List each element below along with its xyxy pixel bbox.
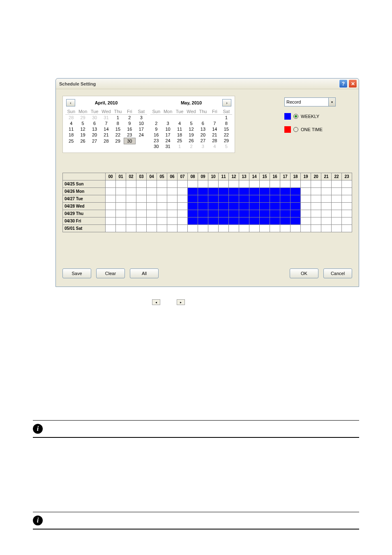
calendar-day[interactable]: 23: [150, 138, 162, 143]
sched-cell[interactable]: [219, 188, 229, 195]
sched-cell[interactable]: [126, 195, 136, 203]
calendar-day[interactable]: 9: [124, 120, 135, 126]
next-month-button[interactable]: ›: [222, 99, 231, 106]
calendar-day[interactable]: 15: [112, 126, 124, 132]
sched-cell[interactable]: [136, 217, 147, 225]
calendar-day[interactable]: 31: [100, 115, 112, 121]
sched-cell[interactable]: [342, 188, 352, 195]
sched-cell[interactable]: [106, 180, 116, 188]
sched-cell[interactable]: [167, 217, 178, 225]
calendar-day[interactable]: 22: [112, 132, 124, 138]
sched-cell[interactable]: [208, 203, 219, 210]
sched-cell[interactable]: [106, 188, 116, 195]
calendar-day[interactable]: 4: [174, 120, 185, 126]
sched-cell[interactable]: [332, 203, 342, 210]
sched-cell[interactable]: [147, 210, 157, 217]
sched-cell[interactable]: [167, 180, 178, 188]
sched-cell[interactable]: [332, 180, 342, 188]
sched-cell[interactable]: [311, 217, 321, 225]
sched-cell[interactable]: [106, 217, 116, 225]
sched-cell[interactable]: [239, 188, 249, 195]
sched-cell[interactable]: [147, 203, 157, 210]
calendar-right-grid[interactable]: SunMonTueWedThuFriSat1234567891011121314…: [150, 109, 232, 149]
sched-cell[interactable]: [280, 210, 291, 217]
sched-cell[interactable]: [219, 225, 229, 232]
sched-cell[interactable]: [167, 195, 178, 203]
calendar-day[interactable]: 29: [77, 115, 88, 121]
sched-cell[interactable]: [249, 180, 260, 188]
sched-cell[interactable]: [321, 217, 332, 225]
calendar-day[interactable]: 11: [174, 126, 185, 132]
calendar-day[interactable]: 17: [136, 126, 147, 132]
sched-cell[interactable]: [208, 225, 219, 232]
calendar-day[interactable]: 17: [162, 132, 173, 138]
sched-cell[interactable]: [219, 195, 229, 203]
sched-cell[interactable]: [280, 188, 291, 195]
calendar-day[interactable]: 8: [112, 120, 124, 126]
sched-cell[interactable]: [342, 210, 352, 217]
calendar-day[interactable]: 2: [150, 120, 162, 126]
sched-cell[interactable]: [106, 203, 116, 210]
calendar-day[interactable]: 26: [77, 138, 88, 144]
calendar-day[interactable]: 2: [185, 143, 197, 149]
sched-cell[interactable]: [270, 217, 280, 225]
sched-cell[interactable]: [198, 203, 208, 210]
sched-cell[interactable]: [239, 180, 249, 188]
sched-cell[interactable]: [126, 180, 136, 188]
calendar-day[interactable]: 3: [136, 115, 147, 121]
calendar-day[interactable]: [174, 115, 185, 121]
sched-cell[interactable]: [260, 195, 270, 203]
weekly-option[interactable]: WEEKLY: [284, 113, 352, 120]
sched-cell[interactable]: [208, 188, 219, 195]
sched-cell[interactable]: [198, 217, 208, 225]
sched-cell[interactable]: [198, 210, 208, 217]
calendar-day[interactable]: 1: [174, 143, 185, 149]
sched-cell[interactable]: [239, 195, 249, 203]
calendar-day[interactable]: 30: [124, 138, 135, 144]
all-button[interactable]: All: [130, 268, 159, 278]
sched-cell[interactable]: [321, 203, 332, 210]
sched-cell[interactable]: [301, 188, 311, 195]
sched-cell[interactable]: [321, 188, 332, 195]
sched-cell[interactable]: [270, 188, 280, 195]
sched-cell[interactable]: [198, 225, 208, 232]
sched-cell[interactable]: [311, 180, 321, 188]
sched-cell[interactable]: [208, 180, 219, 188]
sched-cell[interactable]: [311, 195, 321, 203]
sched-cell[interactable]: [332, 188, 342, 195]
calendar-day[interactable]: 2: [124, 115, 135, 121]
calendar-day[interactable]: 26: [185, 138, 197, 143]
sched-cell[interactable]: [291, 180, 301, 188]
calendar-day[interactable]: 16: [124, 126, 135, 132]
sched-cell[interactable]: [157, 210, 167, 217]
calendar-day[interactable]: 1: [221, 115, 232, 121]
calendar-day[interactable]: 27: [197, 138, 209, 143]
sched-cell[interactable]: [106, 195, 116, 203]
sched-cell[interactable]: [311, 210, 321, 217]
sched-cell[interactable]: [332, 210, 342, 217]
sched-cell[interactable]: [219, 180, 229, 188]
sched-cell[interactable]: [188, 217, 198, 225]
sched-cell[interactable]: [136, 188, 147, 195]
sched-cell[interactable]: [136, 225, 147, 232]
sched-cell[interactable]: [301, 225, 311, 232]
sched-cell[interactable]: [157, 225, 167, 232]
sched-cell[interactable]: [167, 188, 178, 195]
sched-cell[interactable]: [249, 210, 260, 217]
save-button[interactable]: Save: [62, 268, 91, 278]
sched-cell[interactable]: [208, 195, 219, 203]
sched-cell[interactable]: [126, 203, 136, 210]
sched-cell[interactable]: [116, 195, 126, 203]
sched-cell[interactable]: [188, 195, 198, 203]
sched-cell[interactable]: [147, 188, 157, 195]
sched-cell[interactable]: [332, 217, 342, 225]
sched-cell[interactable]: [219, 217, 229, 225]
sched-cell[interactable]: [147, 195, 157, 203]
sched-cell[interactable]: [229, 188, 239, 195]
sched-cell[interactable]: [260, 217, 270, 225]
sched-cell[interactable]: [249, 203, 260, 210]
sched-cell[interactable]: [116, 188, 126, 195]
calendar-day[interactable]: 7: [100, 120, 112, 126]
onetime-option[interactable]: ONE TIME: [284, 126, 352, 133]
cancel-button[interactable]: Cancel: [323, 268, 352, 278]
